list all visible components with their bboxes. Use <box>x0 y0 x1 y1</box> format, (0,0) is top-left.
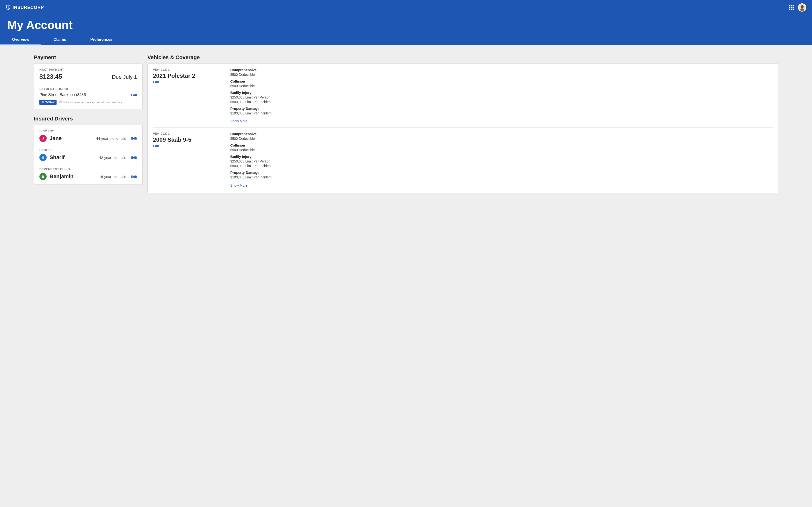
payment-source-label: PAYMENT SOURCE <box>39 88 137 91</box>
svg-rect-11 <box>800 8 804 11</box>
vehicle-label: VEHICLE 1 <box>153 68 223 71</box>
tab-preferences[interactable]: Preferences <box>78 34 125 45</box>
svg-rect-6 <box>789 9 791 10</box>
svg-rect-0 <box>789 5 791 6</box>
coverage-title: Bodily Injury <box>230 91 773 95</box>
tab-overview[interactable]: Overview <box>0 34 41 45</box>
avatar[interactable] <box>798 3 806 12</box>
vehicles-card: VEHICLE 1 2021 Polestar 2 Edit Comprehen… <box>147 63 778 193</box>
coverage-detail: $500 Deductible <box>230 72 773 77</box>
vehicle-name: 2021 Polestar 2 <box>153 72 223 79</box>
payment-section: Payment NEXT PAYMENT $123.45 Due July 1 … <box>34 54 143 109</box>
vehicles-section: Vehicles & Coverage VEHICLE 1 2021 Poles… <box>147 54 778 193</box>
edit-payment-source-link[interactable]: Edit <box>131 93 137 97</box>
drivers-card: PRIMARY J Jane 44-year-old female Edit S… <box>34 125 143 185</box>
svg-rect-5 <box>793 7 794 8</box>
svg-rect-1 <box>791 5 792 6</box>
driver-description: 16-year-old male <box>99 175 126 179</box>
coverage-detail: $100,000 Limit Per Incident <box>230 111 773 116</box>
vehicle-block: VEHICLE 2 2009 Saab 9-5 Edit Comprehensi… <box>153 128 773 188</box>
driver-block: SPOUSE S Sharif 42-year-old male Edit <box>39 146 137 165</box>
autopay-description: Withdraw balance due each month on due d… <box>59 101 122 104</box>
svg-rect-4 <box>791 7 792 8</box>
driver-name: Benjamin <box>50 173 73 180</box>
next-payment-label: NEXT PAYMENT <box>39 68 137 71</box>
edit-driver-link[interactable]: Edit <box>131 156 137 159</box>
driver-avatar-initial: B <box>39 173 47 180</box>
coverage-title: Comprehensive <box>230 68 773 72</box>
coverage-item: Bodily Injury $250,000 Limit Per Person$… <box>230 155 773 168</box>
tabs: Overview Claims Preferences <box>0 34 812 45</box>
main-content: Payment NEXT PAYMENT $123.45 Due July 1 … <box>0 45 812 202</box>
coverage-title: Comprehensive <box>230 132 773 136</box>
topbar: INSURECORP <box>0 0 812 13</box>
driver-avatar-initial: S <box>39 154 47 161</box>
brand[interactable]: INSURECORP <box>6 4 44 11</box>
tab-claims[interactable]: Claims <box>41 34 78 45</box>
drivers-section: Insured Drivers PRIMARY J Jane 44-year-o… <box>34 116 143 185</box>
edit-vehicle-link[interactable]: Edit <box>153 80 159 84</box>
coverage-item: Comprehensive $500 Deductible <box>230 132 773 141</box>
brand-text: INSURECORP <box>12 5 44 10</box>
app-header: INSURECORP My Account Overview <box>0 0 812 45</box>
coverage-detail: $100,000 Limit Per Incident <box>230 175 773 180</box>
coverage-detail: $500 Deductible <box>230 84 773 89</box>
coverage-title: Collision <box>230 144 773 147</box>
vehicle-name: 2009 Saab 9-5 <box>153 136 223 143</box>
coverage-title: Property Damage <box>230 107 773 111</box>
payment-card: NEXT PAYMENT $123.45 Due July 1 PAYMENT … <box>34 63 143 109</box>
coverage-detail: $250,000 Limit Per Person$500,000 Limit … <box>230 95 773 104</box>
driver-block: PRIMARY J Jane 44-year-old female Edit <box>39 129 137 146</box>
edit-driver-link[interactable]: Edit <box>131 175 137 178</box>
vehicle-block: VEHICLE 1 2021 Polestar 2 Edit Comprehen… <box>153 68 773 128</box>
edit-driver-link[interactable]: Edit <box>131 137 137 140</box>
driver-description: 44-year-old female <box>96 136 126 140</box>
driver-name: Jane <box>50 135 62 142</box>
coverage-title: Bodily Injury <box>230 155 773 159</box>
coverage-detail: $500 Deductible <box>230 136 773 141</box>
driver-description: 42-year-old male <box>99 156 126 160</box>
payment-section-title: Payment <box>34 54 143 61</box>
coverage-title: Collision <box>230 79 773 83</box>
apps-grid-icon[interactable] <box>789 5 794 10</box>
coverage-item: Comprehensive $500 Deductible <box>230 68 773 77</box>
coverage-item: Bodily Injury $250,000 Limit Per Person$… <box>230 91 773 104</box>
left-column: Payment NEXT PAYMENT $123.45 Due July 1 … <box>34 54 143 185</box>
driver-avatar-initial: J <box>39 135 47 142</box>
vehicle-label: VEHICLE 2 <box>153 132 223 135</box>
driver-role: SPOUSE <box>39 149 137 152</box>
coverage-title: Property Damage <box>230 171 773 175</box>
driver-role: DEPENDENT CHILD <box>39 168 137 171</box>
coverage-item: Collision $500 Deductible <box>230 144 773 152</box>
autopay-badge: AUTOPAY <box>39 100 57 105</box>
drivers-section-title: Insured Drivers <box>34 116 143 122</box>
driver-role: PRIMARY <box>39 129 137 133</box>
show-more-coverage-link[interactable]: Show More <box>230 183 248 187</box>
driver-block: DEPENDENT CHILD B Benjamin 16-year-old m… <box>39 165 137 180</box>
payment-due: Due July 1 <box>112 74 137 80</box>
coverage-item: Collision $500 Deductible <box>230 79 773 89</box>
page-title: My Account <box>0 13 812 34</box>
right-column: Vehicles & Coverage VEHICLE 1 2021 Poles… <box>147 54 778 193</box>
topbar-right <box>789 3 806 12</box>
svg-rect-7 <box>791 9 792 10</box>
svg-rect-3 <box>789 7 791 8</box>
payment-amount: $123.45 <box>39 73 62 80</box>
show-more-coverage-link[interactable]: Show More <box>230 119 248 123</box>
payment-source: Pine Street Bank xxxx3456 <box>39 93 86 97</box>
shield-logo-icon <box>6 4 11 11</box>
coverage-detail: $250,000 Limit Per Person$500,000 Limit … <box>230 159 773 168</box>
svg-rect-8 <box>793 9 794 10</box>
coverage-detail: $500 Deductible <box>230 148 773 152</box>
svg-rect-2 <box>793 5 794 6</box>
driver-name: Sharif <box>50 154 64 161</box>
edit-vehicle-link[interactable]: Edit <box>153 144 159 148</box>
svg-point-10 <box>801 6 803 8</box>
coverage-item: Property Damage $100,000 Limit Per Incid… <box>230 171 773 180</box>
coverage-item: Property Damage $100,000 Limit Per Incid… <box>230 107 773 116</box>
vehicles-section-title: Vehicles & Coverage <box>147 54 778 61</box>
